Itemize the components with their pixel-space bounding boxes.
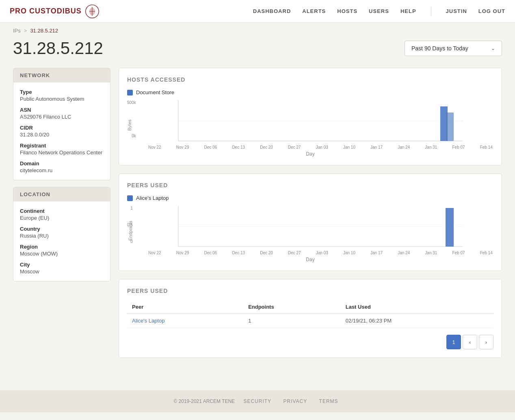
footer-privacy[interactable]: PRIVACY bbox=[283, 398, 307, 404]
date-range-text: Past 90 Days to Today bbox=[411, 45, 486, 52]
hosts-legend-dot bbox=[127, 90, 133, 95]
peer-name-cell: Alice's Laptop bbox=[127, 314, 243, 328]
peers-table-title: PEERS USED bbox=[127, 288, 493, 294]
last-used-cell: 02/19/21, 06:23 PM bbox=[341, 314, 493, 328]
peer-link[interactable]: Alice's Laptop bbox=[132, 318, 165, 324]
peers-chart-title: PEERS USED bbox=[127, 182, 493, 188]
nav-users[interactable]: USERS bbox=[369, 8, 389, 14]
breadcrumb-separator: > bbox=[24, 28, 27, 34]
footer-copyright: © 2019-2021 ARCEM TENE bbox=[173, 398, 235, 404]
page-prev-btn[interactable]: ‹ bbox=[463, 335, 477, 349]
cidr-value: 31.28.0.0/20 bbox=[20, 132, 104, 138]
logo[interactable]: PRO CUSTODIBUS bbox=[10, 4, 100, 19]
hosts-legend-label: Document Store bbox=[136, 89, 174, 95]
location-header: LOCATION bbox=[13, 187, 110, 201]
pagination: 1 ‹ › bbox=[127, 335, 493, 349]
col-endpoints: Endpoints bbox=[243, 301, 341, 314]
country-label: Country bbox=[20, 226, 104, 232]
peers-y-max: 1 bbox=[130, 206, 133, 210]
type-value: Public Autonomous System bbox=[20, 96, 104, 102]
registrant-label: Registrant bbox=[20, 143, 104, 149]
asn-value: AS29076 Filanco LLC bbox=[20, 114, 104, 120]
location-card: LOCATION Continent Europe (EU) Country R… bbox=[13, 187, 110, 281]
city-label: City bbox=[20, 262, 104, 268]
peers-chart-svg bbox=[147, 206, 493, 251]
domain-label: Domain bbox=[20, 160, 104, 167]
region-value: Moscow (MOW) bbox=[20, 251, 104, 257]
page-header: 31.28.5.212 Past 90 Days to Today ⌄ bbox=[13, 39, 502, 58]
nav-links: DASHBOARD ALERTS HOSTS USERS HELP JUSTIN… bbox=[253, 6, 505, 16]
hosts-chart-svg bbox=[147, 100, 493, 145]
network-header: NETWORK bbox=[13, 68, 110, 82]
network-card: NETWORK Type Public Autonomous System AS… bbox=[13, 68, 110, 180]
col-last-used: Last Used bbox=[341, 301, 493, 314]
asn-label: ASN bbox=[20, 107, 104, 113]
endpoints-cell: 1 bbox=[243, 314, 341, 328]
navbar: PRO CUSTODIBUS DASHBOARD ALERTS HOSTS US… bbox=[0, 0, 515, 23]
content-layout: NETWORK Type Public Autonomous System AS… bbox=[13, 68, 502, 358]
type-label: Type bbox=[20, 89, 104, 95]
peers-table: Peer Endpoints Last Used Alice's Laptop … bbox=[127, 301, 493, 328]
page-btn-1[interactable]: 1 bbox=[446, 335, 461, 349]
hosts-y-max: 500k bbox=[127, 100, 136, 105]
hosts-y-min: 0k bbox=[132, 134, 136, 138]
location-body: Continent Europe (EU) Country Russia (RU… bbox=[13, 201, 110, 281]
breadcrumb: IPs > 31.28.5.212 bbox=[0, 23, 515, 39]
city-value: Moscow bbox=[20, 268, 104, 275]
breadcrumb-root[interactable]: IPs bbox=[13, 28, 21, 34]
hosts-accessed-title: HOSTS ACCESSED bbox=[127, 76, 493, 83]
peers-x-label: Day bbox=[127, 257, 493, 262]
peers-legend-dot bbox=[127, 195, 133, 201]
continent-value: Europe (EU) bbox=[20, 215, 104, 221]
chevron-down-icon: ⌄ bbox=[491, 45, 495, 51]
registrant-value: Filanco Network Operations Center bbox=[20, 149, 104, 156]
nav-divider bbox=[431, 6, 431, 16]
main-content: 31.28.5.212 Past 90 Days to Today ⌄ NETW… bbox=[0, 39, 515, 374]
nav-user[interactable]: JUSTIN bbox=[446, 8, 467, 14]
hosts-y-label: Bytes bbox=[127, 119, 132, 131]
hosts-x-axis: Nov 22 Nov 29 Dec 06 Dec 13 Dec 20 Dec 2… bbox=[147, 145, 493, 149]
country-value: Russia (RU) bbox=[20, 233, 104, 239]
hosts-x-label: Day bbox=[127, 151, 493, 157]
breadcrumb-current: 31.28.5.212 bbox=[30, 28, 58, 34]
nav-logout[interactable]: LOG OUT bbox=[478, 8, 505, 14]
page-title: 31.28.5.212 bbox=[13, 39, 103, 58]
footer-terms[interactable]: TERMS bbox=[319, 398, 338, 404]
nav-dashboard[interactable]: DASHBOARD bbox=[253, 8, 291, 14]
peers-legend-label: Alice's Laptop bbox=[136, 195, 169, 201]
peers-used-table-card: PEERS USED Peer Endpoints Last Used Alic… bbox=[119, 279, 502, 358]
region-label: Region bbox=[20, 244, 104, 250]
table-head: Peer Endpoints Last Used bbox=[127, 301, 493, 314]
footer: © 2019-2021 ARCEM TENE SECURITY PRIVACY … bbox=[0, 390, 515, 412]
svg-rect-9 bbox=[446, 208, 454, 247]
table-body: Alice's Laptop 1 02/19/21, 06:23 PM bbox=[127, 314, 493, 328]
peers-x-axis: Nov 22 Nov 29 Dec 06 Dec 13 Dec 20 Dec 2… bbox=[147, 251, 493, 255]
cidr-label: CIDR bbox=[20, 125, 104, 131]
hosts-accessed-chart-card: HOSTS ACCESSED Document Store 500k 0k By… bbox=[119, 68, 502, 165]
right-panel: HOSTS ACCESSED Document Store 500k 0k By… bbox=[119, 68, 502, 358]
logo-icon bbox=[85, 4, 100, 19]
continent-label: Continent bbox=[20, 208, 104, 214]
nav-alerts[interactable]: ALERTS bbox=[302, 8, 326, 14]
peers-used-chart-card: PEERS USED Alice's Laptop 1 0.5 0 Endpoi… bbox=[119, 173, 502, 271]
peers-y-label: Endpoints bbox=[128, 221, 133, 240]
hosts-accessed-legend: Document Store bbox=[127, 89, 493, 95]
table-row: Alice's Laptop 1 02/19/21, 06:23 PM bbox=[127, 314, 493, 328]
network-body: Type Public Autonomous System ASN AS2907… bbox=[13, 82, 110, 180]
col-peer: Peer bbox=[127, 301, 243, 314]
peers-chart-legend: Alice's Laptop bbox=[127, 195, 493, 201]
svg-rect-5 bbox=[446, 113, 454, 141]
nav-help[interactable]: HELP bbox=[400, 8, 416, 14]
nav-hosts[interactable]: HOSTS bbox=[337, 8, 357, 14]
page-next-btn[interactable]: › bbox=[479, 335, 493, 349]
domain-value: citytelecom.ru bbox=[20, 167, 104, 173]
logo-text: PRO CUSTODIBUS bbox=[10, 7, 82, 15]
date-range-dropdown[interactable]: Past 90 Days to Today ⌄ bbox=[405, 41, 502, 56]
table-header-row: Peer Endpoints Last Used bbox=[127, 301, 493, 314]
left-panel: NETWORK Type Public Autonomous System AS… bbox=[13, 68, 110, 288]
footer-security[interactable]: SECURITY bbox=[243, 398, 271, 404]
